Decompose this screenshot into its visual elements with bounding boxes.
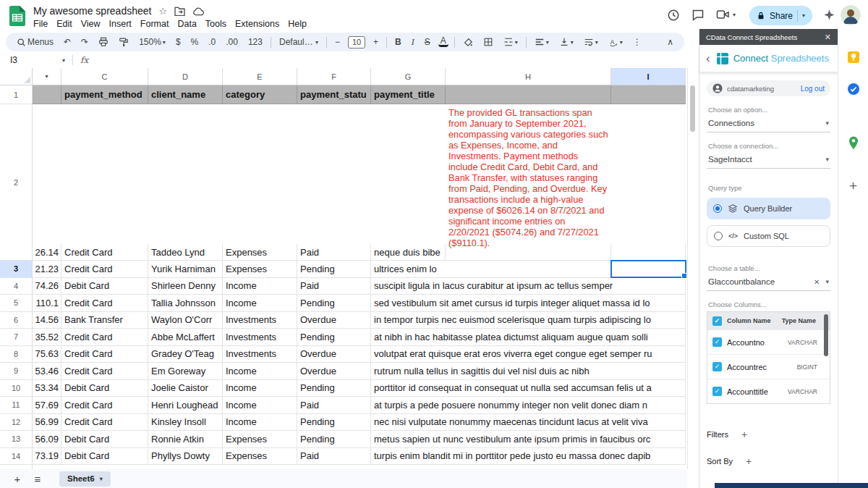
star-icon[interactable]: ☆ [158, 7, 167, 16]
column-checkbox[interactable]: ✓ [712, 362, 722, 371]
sheets-logo-icon[interactable] [9, 6, 25, 26]
format-currency-button[interactable]: $ [174, 37, 183, 47]
columns-scrollbar-thumb[interactable] [824, 314, 828, 356]
share-chevron-down-icon[interactable]: ▾ [802, 12, 805, 19]
undo-icon[interactable]: ↶ [61, 37, 73, 47]
cell-client-name[interactable]: Abbe McLaffert [148, 329, 223, 346]
selected-cell-i3[interactable] [610, 260, 686, 278]
cell-amount[interactable]: 53.46 [33, 363, 61, 380]
cell-category[interactable]: Expenses [223, 448, 297, 466]
meet-present-button[interactable]: ▾ [716, 9, 736, 20]
cell-header-blank[interactable] [33, 85, 61, 104]
print-icon[interactable] [96, 37, 111, 47]
cell-client-name[interactable]: Tallia Johnsson [148, 295, 223, 312]
fx-icon[interactable]: fx [80, 55, 88, 65]
menu-help[interactable]: Help [284, 18, 311, 30]
column-header-g[interactable]: G [371, 68, 446, 85]
keep-icon[interactable] [847, 51, 860, 64]
cell-payment-method[interactable]: Bank Transfer [61, 312, 148, 329]
cell-amount[interactable]: 74.26 [33, 278, 61, 295]
menu-edit[interactable]: Edit [52, 18, 77, 30]
cell-payment-method[interactable]: Credit Card [61, 329, 148, 346]
row-number[interactable]: 4 [0, 278, 33, 295]
cell-amount[interactable]: 57.69 [33, 397, 61, 414]
cell-payment-title[interactable]: neque duis bibe [371, 244, 446, 261]
number-format-button[interactable]: 123 [246, 37, 265, 47]
fill-color-icon[interactable] [461, 37, 475, 47]
cell-client-name[interactable]: Henri Loughead [148, 397, 223, 414]
cell-payment-status[interactable]: Pending [297, 414, 371, 432]
all-sheets-icon[interactable]: ≡ [29, 473, 46, 485]
cell-payment-status[interactable]: Pending [297, 431, 371, 448]
select-all-corner[interactable] [0, 68, 33, 85]
cell-amount[interactable]: 35.52 [33, 329, 61, 346]
menu-file[interactable]: File [29, 18, 52, 30]
custom-sql-option[interactable]: </> Custom SQL [707, 225, 830, 247]
menu-format[interactable]: Format [136, 18, 174, 30]
text-rotate-icon[interactable]: A ▾ [606, 37, 625, 47]
text-color-button[interactable]: A [438, 37, 448, 47]
cell-payment-status[interactable]: Overdue [297, 363, 371, 380]
sheet-tab-active[interactable]: Sheet6 ▾ [59, 471, 111, 487]
cell-header-blank[interactable] [446, 85, 611, 104]
cell-header-blank[interactable] [611, 85, 686, 104]
cell-payment-title[interactable]: sed vestibulum sit amet cursus id turpis… [371, 295, 686, 312]
close-icon[interactable]: ✕ [825, 33, 831, 42]
cell-header-payment-status[interactable]: payment_statu [297, 85, 371, 104]
cell-category[interactable]: Investments [223, 346, 297, 363]
cell-payment-title[interactable]: rutrum nulla tellus in sagittis dui vel … [371, 363, 686, 380]
select-all-checkbox[interactable]: ✓ [712, 316, 722, 326]
row-number[interactable]: 13 [0, 431, 33, 448]
menu-tools[interactable]: Tools [201, 18, 231, 30]
name-box[interactable]: I3 ▾ [0, 55, 65, 65]
column-header-h[interactable]: H [446, 68, 611, 85]
cell-payment-method[interactable]: Credit Card [61, 397, 148, 414]
cell-payment-title[interactable]: metus sapien ut nunc vestibulum ante ips… [371, 431, 686, 448]
clear-icon[interactable]: ✕ [814, 278, 820, 286]
cell-payment-title[interactable]: turpis enim blandit mi in porttitor pede… [371, 448, 686, 466]
row-number[interactable]: 6 [0, 312, 33, 329]
cell-amount[interactable]: 21.23 [33, 261, 61, 278]
menu-view[interactable]: View [77, 18, 105, 30]
account-avatar[interactable] [841, 5, 861, 25]
back-chevron-icon[interactable]: ‹ [706, 52, 710, 64]
cell-payment-method[interactable]: Credit Card [61, 346, 148, 363]
row-number[interactable]: 5 [0, 295, 33, 312]
cell-client-name[interactable]: Waylon O'Corr [148, 312, 223, 329]
cell-category[interactable]: Income [223, 363, 297, 380]
query-builder-option[interactable]: Query Builder [707, 198, 830, 219]
bold-button[interactable]: B [393, 37, 404, 47]
column-header-c[interactable]: C [61, 68, 148, 85]
cell-header-category[interactable]: category [223, 85, 297, 104]
cell-payment-status[interactable]: Paid [297, 448, 371, 466]
scrollbar-thumb[interactable] [690, 85, 695, 132]
column-header-f[interactable]: F [297, 68, 371, 85]
cell-category[interactable]: Income [223, 278, 297, 295]
logout-link[interactable]: Log out [801, 85, 825, 93]
cell-category[interactable]: Investments [223, 312, 297, 329]
cell-category[interactable]: Investments [223, 329, 297, 346]
cell-amount[interactable]: 26.14 [33, 244, 61, 261]
document-title[interactable]: My awesome spreadsheet [33, 5, 151, 17]
cell-payment-status[interactable]: Paid [297, 397, 371, 414]
cell-payment-status[interactable]: Paid [297, 244, 371, 261]
cell-payment-method[interactable]: Credit Card [61, 295, 148, 312]
vertical-scrollbar[interactable] [687, 68, 697, 469]
cell-payment-title[interactable]: in tempor turpis nec euismod scelerisque… [371, 312, 686, 329]
get-addons-plus-icon[interactable]: + [849, 179, 857, 193]
cell-category[interactable]: Expenses [223, 244, 297, 261]
row-number[interactable]: 8 [0, 346, 33, 363]
merge-cells-icon[interactable]: ▾ [501, 37, 520, 47]
cell-payment-title[interactable]: suscipit ligula in lacus curabitur at ip… [371, 278, 686, 295]
horizontal-align-icon[interactable]: ▾ [532, 37, 551, 47]
italic-button[interactable]: I [409, 37, 417, 48]
column-header-partial[interactable]: ▾ [33, 68, 61, 85]
cell-payment-status[interactable]: Paid [297, 278, 371, 295]
vertical-align-icon[interactable]: ▾ [557, 37, 576, 47]
font-select[interactable]: Default...▾ [277, 37, 320, 47]
column-header-d[interactable]: D [148, 68, 223, 85]
column-header-e[interactable]: E [223, 68, 297, 85]
sheet-tab-chevron-icon[interactable]: ▾ [100, 476, 103, 482]
cell-payment-method[interactable]: Debit Card [61, 431, 148, 448]
cell-amount[interactable]: 14.56 [33, 312, 61, 329]
